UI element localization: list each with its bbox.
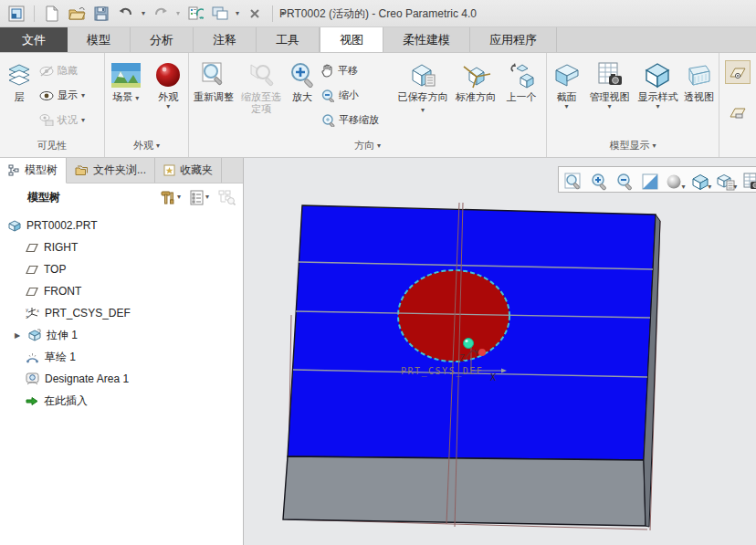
spin-center[interactable] — [464, 339, 474, 349]
tab-flexible-modeling[interactable]: 柔性建模 — [383, 27, 470, 52]
scene-button[interactable]: 场景 ▾ — [107, 57, 144, 103]
manage-views-button[interactable]: 管理视图 ▾ — [584, 57, 635, 110]
ribbon-group-orientation: 重新调整 缩放至选定项 放大 平移 — [189, 53, 547, 157]
tree-item-right[interactable]: RIGHT — [0, 236, 243, 258]
tree-item-extrude[interactable]: ▶ 拉伸 1 — [0, 324, 243, 346]
windows-dropdown-icon[interactable]: ▾ — [236, 10, 239, 17]
refit-icon — [200, 58, 227, 91]
model-tree-header: 模型树 ▾ ▾ — [0, 183, 243, 211]
refit-icon[interactable] — [562, 168, 585, 191]
windows-icon[interactable] — [211, 5, 229, 23]
tab-view[interactable]: 视图 — [320, 27, 383, 52]
tree-item-top[interactable]: TOP — [0, 258, 243, 280]
graphics-area[interactable]: Z Y X PRT_CSYS_DEF ▾ ▾ — [244, 158, 756, 545]
pan-zoom-button[interactable]: 平移缩放 — [319, 108, 395, 132]
datum-plane-icon — [26, 265, 38, 275]
zoom-selected-icon — [247, 58, 275, 91]
model-tree: PRT0002.PRT RIGHT TOP FRONT yzx PRT_CSYS… — [0, 211, 243, 545]
expander-icon[interactable]: ▶ — [13, 331, 22, 340]
shading-mode-icon[interactable]: ▾ — [665, 168, 688, 191]
part-icon — [7, 219, 21, 232]
previous-button[interactable]: 上一个 — [501, 57, 541, 103]
undo-dropdown-icon[interactable]: ▾ — [142, 10, 145, 17]
perspective-icon — [684, 58, 713, 91]
open-icon[interactable] — [68, 5, 86, 23]
tab-model[interactable]: 模型 — [68, 27, 131, 52]
new-file-icon[interactable] — [43, 5, 61, 23]
tab-model-tree[interactable]: 模型树 — [0, 158, 67, 183]
chevron-down-icon: ▾ — [652, 142, 656, 150]
regenerate-icon[interactable] — [186, 5, 205, 23]
datum-plane-tag-display-icon[interactable] — [725, 100, 751, 124]
tab-applications[interactable]: 应用程序 — [470, 27, 557, 52]
chevron-down-icon: ▾ — [81, 117, 85, 124]
hide-button: 隐藏 — [37, 58, 100, 83]
tree-item-sketch[interactable]: 草绘 1 — [0, 346, 243, 368]
divider — [34, 5, 35, 22]
chevron-down-icon: ▾ — [608, 103, 612, 110]
close-icon[interactable] — [246, 5, 264, 23]
zoom-out-icon[interactable] — [614, 168, 636, 191]
display-style-button[interactable]: 显示样式 ▾ — [635, 57, 681, 110]
zoom-in-icon — [289, 58, 316, 91]
tab-analysis[interactable]: 分析 — [131, 27, 194, 52]
view-manager-icon[interactable] — [740, 168, 756, 191]
appearance-sphere-icon — [154, 58, 182, 91]
customize-icon[interactable]: ▾ — [281, 10, 285, 17]
model-3d-view[interactable]: Z Y X PRT_CSYS_DEF — [244, 158, 756, 545]
chevron-down-icon: ▾ — [565, 103, 569, 110]
display-style-icon[interactable]: ▾ — [689, 168, 712, 191]
sections-button[interactable]: 截面 ▾ — [549, 57, 584, 110]
standard-orientation-button[interactable]: 标准方向 — [450, 57, 501, 103]
refit-button[interactable]: 重新调整 — [191, 57, 236, 103]
saved-orientations-icon[interactable]: ▾ — [715, 168, 738, 191]
tab-favorites[interactable]: 收藏夹 — [155, 158, 222, 183]
tree-item-front[interactable]: FRONT — [0, 280, 243, 302]
chevron-down-icon: ▾ — [421, 106, 425, 114]
tree-item-insert-here[interactable]: 在此插入 — [0, 390, 243, 412]
pan-zoom-icon — [321, 114, 335, 127]
tree-tools-icon — [160, 190, 175, 205]
group-label-appearance: 外观▾ — [105, 134, 188, 157]
ribbon-right-toggles — [719, 53, 756, 157]
tree-filter-icon — [190, 190, 204, 205]
zoom-to-selected-button: 缩放至选定项 — [236, 57, 286, 115]
part-face-front-gray[interactable] — [283, 456, 646, 526]
tab-tools[interactable]: 工具 — [257, 27, 320, 52]
layers-button[interactable]: 层 — [2, 57, 37, 103]
tab-folder-browser[interactable]: 文件夹浏... — [67, 158, 155, 183]
window-icon[interactable] — [7, 5, 26, 23]
scene-icon — [111, 58, 141, 91]
pan-button[interactable]: 平移 — [319, 58, 395, 83]
group-label-model-display: 模型显示▾ — [547, 134, 719, 157]
tree-show-button — [218, 190, 236, 205]
show-button[interactable]: 显示 ▾ — [37, 83, 100, 108]
appearance-button[interactable]: 外观 ▾ — [150, 57, 186, 110]
repaint-icon[interactable] — [639, 168, 662, 191]
tab-file[interactable]: 文件 — [0, 27, 68, 52]
axis-y-handle[interactable] — [478, 349, 486, 356]
tree-filter-button[interactable]: ▾ — [190, 190, 209, 205]
insert-here-icon — [26, 396, 38, 406]
perspective-button[interactable]: 透视图 — [681, 57, 717, 103]
chevron-down-icon: ▾ — [177, 194, 181, 201]
sketch-icon — [26, 351, 39, 363]
tree-item-designate-area[interactable]: Designate Area 1 — [0, 368, 243, 390]
svg-text:x: x — [37, 308, 39, 313]
chevron-down-icon: ▾ — [377, 142, 381, 150]
zoom-in-button[interactable]: 放大 — [286, 57, 319, 103]
save-icon[interactable] — [92, 5, 110, 23]
status-button: 状况 ▾ — [37, 108, 100, 132]
tab-annotate[interactable]: 注释 — [194, 27, 257, 52]
saved-orientations-button[interactable]: 已保存方向 ▾ — [395, 57, 450, 115]
eye-icon — [39, 90, 54, 101]
zoom-out-button[interactable]: 缩小 — [319, 83, 395, 108]
tree-item-csys[interactable]: yzx PRT_CSYS_DEF — [0, 302, 243, 324]
tree-item-part[interactable]: PRT0002.PRT — [0, 215, 243, 236]
datum-plane-display-icon[interactable] — [725, 60, 751, 84]
tree-tools-button[interactable]: ▾ — [160, 190, 181, 205]
zoom-in-icon[interactable] — [588, 168, 611, 191]
model-tree-title: 模型树 — [5, 190, 160, 205]
undo-icon[interactable] — [117, 5, 135, 23]
standard-orientation-icon — [460, 58, 491, 91]
